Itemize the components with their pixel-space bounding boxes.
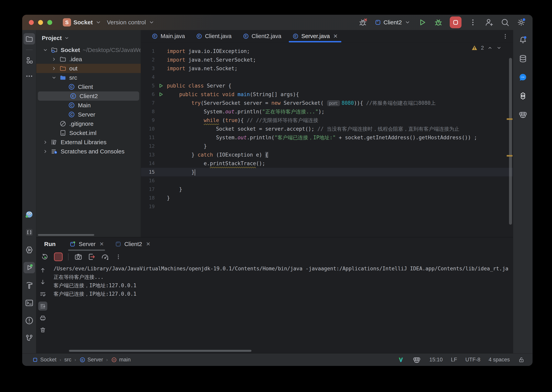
code-snippets-icon[interactable] bbox=[24, 227, 35, 238]
file-encoding[interactable]: UTF-8 bbox=[465, 357, 480, 363]
run-button[interactable] bbox=[418, 18, 427, 27]
next-warning-icon[interactable] bbox=[496, 45, 502, 51]
more-actions-icon[interactable] bbox=[468, 18, 478, 27]
notifications-bell-icon[interactable] bbox=[517, 34, 529, 46]
fullscreen-window-button[interactable] bbox=[47, 20, 52, 25]
vcs-widget[interactable]: Version control bbox=[107, 19, 155, 26]
ai-chat-plugin-icon[interactable] bbox=[517, 72, 529, 83]
tree-item-src[interactable]: src bbox=[36, 73, 141, 82]
exit-process-icon[interactable] bbox=[87, 252, 96, 261]
code-with-me-icon[interactable] bbox=[484, 18, 494, 27]
editor-tab-Client2.java[interactable]: CClient2.java bbox=[237, 30, 287, 42]
project-widget[interactable]: S Socket bbox=[63, 18, 102, 27]
structure-toolwindow-button[interactable] bbox=[24, 55, 35, 66]
editor-vertical-scrollbar[interactable] bbox=[509, 58, 512, 225]
tree-item-label: Socket bbox=[61, 47, 80, 53]
v-plugin-icon[interactable] bbox=[397, 357, 404, 363]
run-tab-Client2[interactable]: Client2✕ bbox=[114, 238, 152, 251]
tree-item-Socket.iml[interactable]: Socket.iml bbox=[36, 128, 141, 138]
prev-warning-icon[interactable] bbox=[487, 45, 493, 51]
minimize-window-button[interactable] bbox=[38, 20, 43, 25]
run-line-icon[interactable] bbox=[157, 91, 164, 98]
close-tab-icon[interactable]: ✕ bbox=[333, 33, 338, 39]
warning-stripe-mark[interactable] bbox=[507, 155, 513, 157]
more-toolwindows-button[interactable] bbox=[24, 70, 35, 82]
editor-tabs-more-icon[interactable] bbox=[502, 33, 509, 40]
run-configuration-selector[interactable]: Client2 bbox=[375, 19, 411, 26]
code-line-12: 12 } bbox=[141, 142, 513, 150]
line-ending[interactable]: LF bbox=[451, 357, 457, 363]
tree-item-.gitignore[interactable]: .gitignore bbox=[36, 119, 141, 128]
tree-item-out[interactable]: out bbox=[36, 64, 141, 73]
debug-button[interactable] bbox=[434, 18, 443, 27]
tree-item-.idea[interactable]: .idea bbox=[36, 55, 141, 64]
project-panel-header[interactable]: Project bbox=[36, 30, 141, 45]
settings-icon[interactable] bbox=[517, 18, 526, 27]
warning-stripe-mark[interactable] bbox=[507, 118, 513, 120]
code-editor[interactable]: 1import java.io.IOException;2import java… bbox=[141, 42, 513, 237]
run-tab-Server[interactable]: Server✕ bbox=[68, 238, 105, 251]
run-line-icon[interactable] bbox=[157, 82, 164, 89]
line-number: 14 bbox=[141, 159, 155, 168]
tree-item-label: .idea bbox=[69, 56, 82, 63]
prev-occurrence-icon[interactable] bbox=[38, 266, 47, 275]
tree-item-Socket[interactable]: Socket~/Desktop/CS/JavaWeb/C bbox=[36, 45, 141, 55]
stop-listening-bug-icon[interactable] bbox=[358, 18, 368, 27]
project-horizontal-scrollbar[interactable] bbox=[38, 234, 94, 236]
breadcrumb-item-main[interactable]: mmain bbox=[111, 357, 131, 363]
openai-plugin-icon bbox=[518, 91, 528, 101]
tree-item-Client[interactable]: CClient bbox=[36, 82, 141, 91]
editor-tab-Client.java[interactable]: CClient.java bbox=[191, 30, 237, 42]
console-output[interactable]: /Users/eve/Library/Java/JavaVirtualMachi… bbox=[49, 263, 513, 353]
svg-text:C: C bbox=[70, 85, 73, 89]
problems-toolwindow-button[interactable] bbox=[24, 315, 35, 326]
code-line-13: 13 } catch (IOException e) { bbox=[141, 150, 513, 159]
console-horizontal-scrollbar[interactable] bbox=[69, 350, 251, 352]
search-everywhere-icon[interactable] bbox=[500, 18, 510, 27]
inspection-widget[interactable]: 2 bbox=[471, 45, 502, 51]
breadcrumb-item-Server[interactable]: CServer bbox=[79, 357, 103, 363]
run-button bbox=[418, 18, 427, 27]
editor-tab-Server.java[interactable]: CServer.java✕ bbox=[287, 30, 343, 42]
breadcrumb-item-src[interactable]: src bbox=[64, 357, 71, 363]
close-tab-icon[interactable]: ✕ bbox=[146, 241, 151, 247]
clear-console-icon[interactable] bbox=[38, 325, 47, 335]
close-tab-icon[interactable]: ✕ bbox=[99, 241, 104, 247]
build-toolwindow-button bbox=[25, 280, 34, 290]
next-occurrence-icon[interactable] bbox=[38, 278, 47, 287]
project-toolwindow-button[interactable] bbox=[24, 33, 35, 45]
print-icon[interactable] bbox=[38, 314, 47, 322]
soft-wrap-icon[interactable] bbox=[38, 290, 47, 299]
tree-item-Main[interactable]: CMain bbox=[36, 101, 141, 110]
breadcrumb-item-Socket[interactable]: Socket bbox=[32, 357, 57, 363]
terminal-toolwindow-button[interactable] bbox=[24, 297, 35, 309]
run-toolwindow-button[interactable] bbox=[24, 262, 35, 273]
gopher-plugin-icon[interactable] bbox=[24, 209, 35, 220]
stop-button[interactable] bbox=[450, 16, 461, 28]
copilot-plugin-icon[interactable] bbox=[517, 109, 529, 120]
console-more-icon[interactable] bbox=[114, 252, 123, 261]
copilot-status-icon[interactable] bbox=[412, 356, 421, 364]
cursor-position[interactable]: 15:10 bbox=[429, 357, 443, 363]
rerun-button[interactable] bbox=[40, 252, 50, 261]
profiler-icon[interactable] bbox=[100, 252, 110, 261]
build-toolwindow-button[interactable] bbox=[24, 280, 35, 291]
database-toolwindow-button[interactable] bbox=[517, 53, 529, 64]
tree-item-Scratches and Consoles[interactable]: Scratches and Consoles bbox=[36, 147, 141, 156]
file-lock-icon[interactable] bbox=[518, 357, 525, 363]
stop-process-button[interactable] bbox=[54, 252, 63, 261]
indent-setting[interactable]: 4 spaces bbox=[488, 357, 510, 363]
tree-item-Server[interactable]: CServer bbox=[36, 110, 141, 119]
close-window-button[interactable] bbox=[29, 20, 34, 25]
code-line-8: 8 System.out.println("正在等待客户连接..."); bbox=[141, 107, 513, 116]
thread-dump-icon[interactable] bbox=[74, 252, 83, 261]
git-toolwindow-button[interactable] bbox=[24, 333, 35, 344]
tree-item-External Libraries[interactable]: External Libraries bbox=[36, 138, 141, 147]
openai-plugin-icon[interactable] bbox=[517, 90, 529, 102]
editor-tabs: CMain.javaCClient.javaCClient2.javaCServ… bbox=[146, 30, 343, 42]
services-toolwindow-button[interactable] bbox=[24, 244, 35, 256]
breadcrumb-label: main bbox=[119, 357, 131, 363]
editor-tab-Main.java[interactable]: CMain.java bbox=[146, 30, 191, 42]
tree-item-Client2[interactable]: CClient2 bbox=[38, 91, 139, 101]
scroll-to-end-icon[interactable] bbox=[38, 301, 47, 311]
